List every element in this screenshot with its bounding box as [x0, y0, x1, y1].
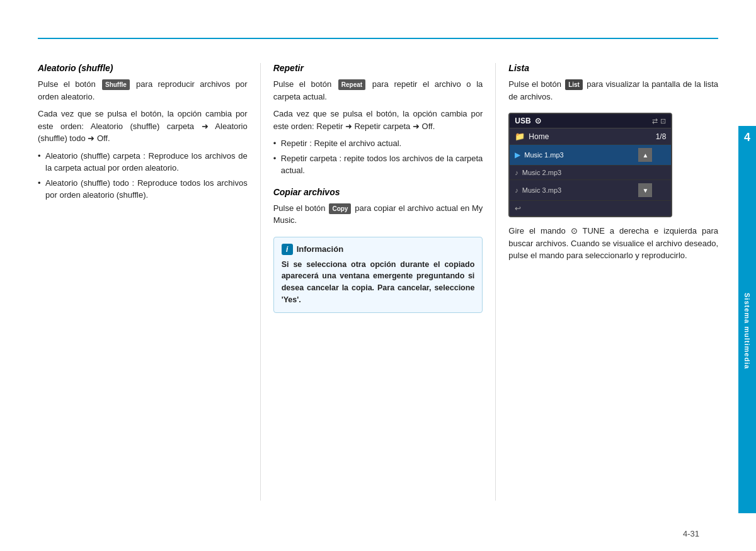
shuffle-para1: Pulse el botón Shuffle para reproducir a…	[38, 78, 248, 103]
usb-file-row-2[interactable]: ♪ Music 2.mp3	[510, 166, 671, 180]
copiar-para1: Pulse el botón Copy para copiar el archi…	[273, 202, 483, 227]
section-title-repetir: Repetir	[273, 63, 483, 73]
usb-circle-icon: ⊙	[535, 116, 541, 125]
tune-icon: ⊙	[571, 226, 578, 236]
copy-button-badge: Copy	[329, 203, 351, 214]
shuffle-button-badge: Shuffle	[102, 79, 130, 90]
usb-header-icons: ⇄ ⊡	[652, 117, 666, 125]
music-icon-2: ♪	[515, 169, 518, 176]
col-right: Lista Pulse el botón List para visualiza…	[496, 50, 718, 513]
tab-number: 4	[738, 126, 756, 149]
section-title-shuffle: Aleatorio (shuffle)	[38, 63, 248, 73]
usb-file-1-name: Music 1.mp3	[524, 151, 563, 159]
back-icon: ↩	[515, 204, 521, 213]
usb-label: USB	[515, 116, 530, 125]
repetir-bullet-2: Repetir carpeta : repite todos los archi…	[273, 152, 483, 177]
repetir-para2: Cada vez que se pulsa el botón, la opció…	[273, 108, 483, 132]
usb-file-3-name: Music 3.mp3	[522, 186, 561, 194]
info-box-text: Si se selecciona otra opción durante el …	[282, 259, 475, 306]
play-icon: ▶	[515, 151, 520, 159]
scroll-up-button[interactable]: ▲	[638, 148, 652, 162]
main-content: Aleatorio (shuffle) Pulse el botón Shuff…	[38, 50, 718, 513]
usb-file-2-name: Music 2.mp3	[522, 169, 561, 176]
info-title: Información	[297, 244, 343, 254]
list-button-badge: List	[565, 79, 583, 90]
usb-file-2-left: ♪ Music 2.mp3	[515, 169, 561, 176]
section-title-copiar: Copiar archivos	[273, 187, 483, 197]
shuffle-bullet-1: Aleatorio (shuffle) carpeta : Reproduce …	[38, 150, 248, 174]
usb-back-row[interactable]: ↩	[510, 201, 671, 216]
folder-icon: 📁	[515, 132, 525, 141]
shuffle-bullet-2: Aleatorio (shuffle) todo : Reproduce tod…	[38, 177, 248, 202]
repetir-bullet-1: Repetir : Repite el archivo actual.	[273, 137, 483, 150]
usb-file-1-left: ▶ Music 1.mp3	[515, 151, 563, 159]
usb-folder-name: Home	[529, 132, 549, 141]
usb-icon-2: ⊡	[660, 117, 666, 125]
usb-folder-left: 📁 Home	[515, 132, 549, 141]
shuffle-para2: Cada vez que se pulsa el botón, la opció…	[38, 108, 248, 145]
lista-para2: Gire el mando ⊙ TUNE a derecha e izquier…	[508, 225, 718, 262]
usb-folder-row: 📁 Home 1/8	[510, 128, 671, 145]
usb-screen: USB ⊙ ⇄ ⊡ 📁 Home 1/8 ▶ Music 1.	[508, 113, 672, 217]
page-number: 4-31	[683, 529, 699, 538]
lista-para1: Pulse el botón List para visualizar la p…	[508, 78, 718, 103]
usb-header: USB ⊙ ⇄ ⊡	[510, 114, 671, 128]
side-tab-container: 4 Sistema multimedia	[738, 126, 756, 513]
repetir-para1: Pulse el botón Repeat para repetir el ar…	[273, 78, 483, 103]
section-title-lista: Lista	[508, 63, 718, 73]
scroll-down-button[interactable]: ▼	[638, 183, 652, 197]
info-box-header: i Información	[282, 244, 475, 255]
usb-folder-count: 1/8	[656, 132, 667, 141]
usb-file-3-left: ♪ Music 3.mp3	[515, 186, 561, 194]
music-icon-3: ♪	[515, 186, 518, 194]
col-left: Aleatorio (shuffle) Pulse el botón Shuff…	[38, 50, 260, 513]
tab-label: Sistema multimedia	[738, 149, 756, 513]
info-icon: i	[282, 244, 293, 255]
usb-icon-1: ⇄	[652, 117, 658, 125]
usb-header-left: USB ⊙	[515, 116, 541, 125]
usb-file-row-3[interactable]: ♪ Music 3.mp3 ▼	[510, 180, 671, 201]
repeat-button-badge: Repeat	[338, 79, 365, 90]
top-border	[38, 38, 718, 39]
info-box: i Información Si se selecciona otra opci…	[273, 237, 483, 313]
col-middle: Repetir Pulse el botón Repeat para repet…	[261, 50, 496, 513]
usb-file-row-1[interactable]: ▶ Music 1.mp3 ▲	[510, 145, 671, 166]
